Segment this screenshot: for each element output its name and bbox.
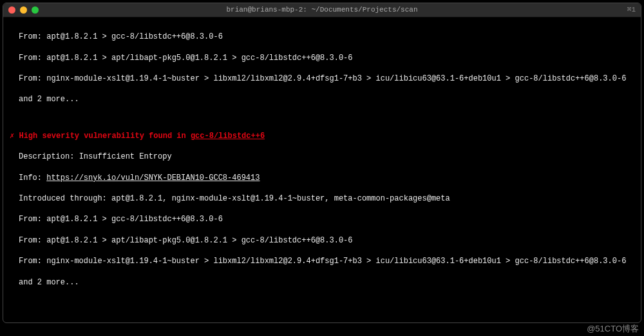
output-line: From: nginx-module-xslt@1.19.4-1~buster … (10, 256, 634, 266)
output-line: Introduced through: apt@1.8.2.1, nginx-m… (10, 193, 634, 204)
output-line: and 2 more... (10, 277, 634, 288)
output-line: and 2 more... (10, 94, 634, 104)
window-badge: ⌘1 (627, 5, 636, 15)
window-title: brian@brians-mbp-2: ~/Documents/Projects… (3, 5, 641, 15)
output-line: From: apt@1.8.2.1 > apt/libapt-pkg5.0@1.… (10, 53, 634, 63)
output-line: From: nginx-module-xslt@1.19.4-1~buster … (10, 74, 634, 84)
terminal-content[interactable]: From: apt@1.8.2.1 > gcc-8/libstdc++6@8.3… (3, 17, 641, 323)
output-line: From: apt@1.8.2.1 > gcc-8/libstdc++6@8.3… (10, 214, 634, 224)
vuln-package-link[interactable]: gcc-8/libstdc++6 (191, 132, 265, 141)
output-line: Description: Insufficient Entropy (10, 152, 634, 162)
output-line: From: apt@1.8.2.1 > gcc-8/libstdc++6@8.3… (10, 32, 634, 42)
traffic-lights (8, 6, 39, 14)
output-line: Info: https://snyk.io/vuln/SNYK-DEBIAN10… (10, 173, 634, 183)
titlebar: brian@brians-mbp-2: ~/Documents/Projects… (3, 3, 641, 17)
close-icon[interactable] (8, 6, 15, 14)
watermark: @51CTO博客 (587, 323, 639, 335)
maximize-icon[interactable] (32, 6, 39, 14)
vuln-marker-icon: ✗ (10, 132, 14, 141)
terminal-window: brian@brians-mbp-2: ~/Documents/Projects… (3, 3, 641, 323)
minimize-icon[interactable] (20, 6, 27, 14)
output-line: From: apt@1.8.2.1 > apt/libapt-pkg5.0@1.… (10, 235, 634, 246)
vuln-heading: ✗ High severity vulnerability found in g… (10, 131, 634, 141)
vuln-info-link[interactable]: https://snyk.io/vuln/SNYK-DEBIAN10-GCC8-… (46, 173, 260, 183)
